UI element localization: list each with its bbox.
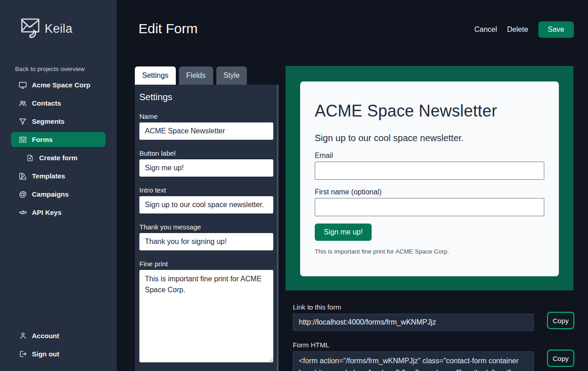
form-editor-tabs: Settings Fields Style [135, 66, 247, 85]
intro-text-field-group: Intro text [139, 186, 273, 213]
sidebar-item-sign-out[interactable]: Sign out [11, 346, 106, 361]
sidebar-item-label: Sign out [32, 350, 59, 358]
preview-first-name-label: First name (optional) [315, 188, 544, 196]
delete-button[interactable]: Delete [507, 25, 528, 34]
sidebar-item-label: Segments [32, 117, 65, 125]
sidebar-item-label: Contacts [32, 99, 61, 107]
sidebar-item-label: Acme Space Corp [32, 81, 90, 89]
preview-form-title: ACME Space Newsletter [315, 102, 544, 121]
fine-print-textarea[interactable]: This is important fine print for ACME Sp… [139, 270, 273, 362]
preview-email-label: Email [315, 152, 544, 160]
sidebar-item-label: Campaigns [32, 190, 69, 198]
sidebar-item-templates[interactable]: Templates [11, 168, 106, 183]
share-section: Link to this form Copy Form HTML <form a… [293, 303, 574, 371]
preview-first-name-input[interactable] [315, 198, 544, 216]
sidebar-item-contacts[interactable]: Contacts [11, 96, 106, 111]
sidebar-item-api-keys[interactable]: </> API Keys [11, 205, 106, 220]
forms-icon [18, 135, 27, 144]
back-to-projects-link[interactable]: Back to projects overview [15, 66, 85, 72]
sidebar: Keila Back to projects overview Acme Spa… [0, 0, 117, 371]
brand-logo[interactable]: Keila [20, 16, 72, 41]
form-link-label: Link to this form [293, 303, 574, 311]
preview-intro-text: Sign up to our cool space newsletter. [315, 133, 544, 143]
save-button[interactable]: Save [538, 21, 574, 38]
settings-panel: Settings Name Button label Intro text Th… [135, 85, 279, 371]
user-icon [18, 331, 27, 340]
sidebar-item-label: Create form [39, 154, 77, 162]
sidebar-item-label: Templates [32, 172, 65, 180]
brand-name: Keila [45, 22, 72, 36]
sidebar-item-label: Forms [32, 136, 53, 143]
settings-panel-scrollbar[interactable] [277, 85, 278, 371]
cancel-button[interactable]: Cancel [474, 25, 497, 34]
intro-text-input[interactable] [139, 196, 273, 213]
funnel-icon [18, 117, 27, 126]
fine-print-field-group: Fine print This is important fine print … [139, 260, 273, 364]
app-window: Keila Back to projects overview Acme Spa… [0, 0, 588, 371]
sidebar-item-create-form[interactable]: Create form [11, 150, 106, 165]
user-group-icon [18, 99, 27, 108]
fine-print-field-label: Fine print [139, 260, 273, 268]
preview-fine-print: This is important fine print for ACME Sp… [315, 248, 544, 255]
sidebar-item-account[interactable]: Account [11, 328, 106, 343]
monitor-icon [18, 81, 27, 90]
form-preview-card: ACME Space Newsletter Sign up to our coo… [300, 81, 559, 276]
form-html-textarea[interactable]: <form action="/forms/frm_wKNMPJjz" class… [293, 351, 534, 371]
button-label-field-label: Button label [139, 149, 273, 157]
page-title: Edit Form [138, 21, 198, 36]
sidebar-item-project[interactable]: Acme Space Corp [11, 77, 106, 92]
settings-panel-heading: Settings [139, 92, 273, 102]
at-icon: @ [18, 190, 27, 199]
button-label-input[interactable] [139, 159, 273, 177]
keila-envelope-logo-icon [20, 16, 41, 41]
preview-submit-button[interactable]: Sign me up! [315, 224, 372, 241]
name-field-label: Name [139, 112, 273, 120]
copy-html-button[interactable]: Copy [547, 350, 574, 367]
thank-you-field-group: Thank you message [139, 223, 273, 250]
sidebar-item-label: API Keys [32, 208, 61, 216]
sidebar-item-forms[interactable]: Forms [11, 132, 106, 147]
swatch-icon [18, 172, 27, 181]
sidebar-item-segments[interactable]: Segments [11, 114, 106, 129]
intro-text-field-label: Intro text [139, 186, 273, 194]
name-input[interactable] [139, 122, 273, 140]
form-link-input[interactable] [293, 314, 534, 331]
sidebar-nav: Acme Space Corp Contacts Segments Forms [11, 77, 106, 223]
button-label-field-group: Button label [139, 149, 273, 177]
name-field-group: Name [139, 112, 273, 140]
form-preview-panel: ACME Space Newsletter Sign up to our coo… [286, 66, 573, 290]
copy-link-button[interactable]: Copy [547, 312, 574, 329]
document-plus-icon [26, 154, 35, 162]
tab-style[interactable]: Style [216, 66, 247, 85]
form-html-row: Form HTML <form action="/forms/frm_wKNMP… [293, 341, 574, 371]
code-icon: </> [18, 209, 27, 216]
sidebar-item-label: Account [32, 332, 59, 340]
tab-settings[interactable]: Settings [135, 66, 176, 85]
header-actions: Cancel Delete Save [474, 21, 574, 38]
form-html-label: Form HTML [293, 341, 574, 349]
tab-fields[interactable]: Fields [179, 66, 213, 85]
form-link-row: Link to this form Copy [293, 303, 574, 331]
sidebar-footer-nav: Account Sign out [11, 328, 106, 365]
thank-you-field-label: Thank you message [139, 223, 273, 231]
sign-out-icon [18, 350, 27, 358]
sidebar-item-campaigns[interactable]: @ Campaigns [11, 187, 106, 202]
thank-you-input[interactable] [139, 233, 273, 250]
preview-email-input[interactable] [315, 162, 544, 180]
